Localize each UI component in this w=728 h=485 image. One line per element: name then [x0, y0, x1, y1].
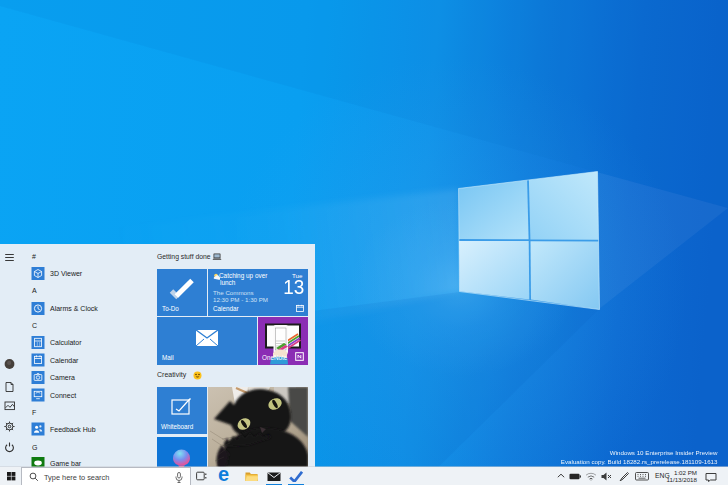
- svg-text:Evaluation copy. Build 18282.r: Evaluation copy. Build 18282.rs_prerelea…: [561, 458, 718, 465]
- svg-text:Windows 10 Enterprise Insider: Windows 10 Enterprise Insider Preview: [610, 449, 718, 456]
